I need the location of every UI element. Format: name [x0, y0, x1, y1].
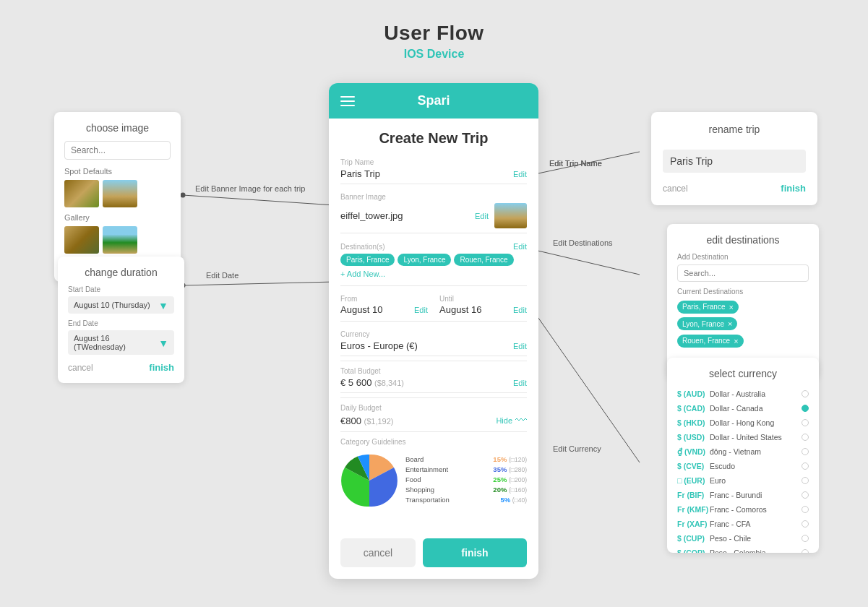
dest-search-input[interactable] — [677, 264, 809, 282]
currency-list-item[interactable]: □ (EUR) Euro — [677, 473, 809, 488]
currency-list-item[interactable]: $ (CVE) Escudo — [677, 459, 809, 473]
dest-tag-rouen: Rouen, France — [454, 254, 513, 266]
currency-list-item[interactable]: $ (CAD) Dollar - Canada — [677, 401, 809, 416]
app-footer: cancel finish — [329, 530, 538, 579]
trip-name-value: Paris Trip — [340, 168, 380, 179]
currency-radio[interactable] — [802, 535, 809, 542]
app-screen: Spari Create New Trip Trip Name Paris Tr… — [329, 83, 538, 579]
pie-svg — [340, 452, 398, 509]
connector-label-trip-name-text: Edit Trip Name — [549, 159, 602, 168]
create-trip-title: Create New Trip — [340, 130, 527, 147]
currency-radio[interactable] — [802, 462, 809, 470]
legend-board: Board 15% (□120) — [405, 455, 527, 463]
legend-transportation: Transportation 5% (□40) — [405, 496, 527, 504]
destinations-section: Destination(s) Edit Paris, France Lyon, … — [340, 242, 527, 286]
end-date-input[interactable]: August 16 (TWednesday) ▼ — [68, 330, 174, 355]
daily-budget-hide[interactable]: Hide — [496, 416, 512, 425]
from-col: From August 10 Edit — [340, 295, 428, 315]
from-edit[interactable]: Edit — [414, 306, 428, 314]
app-finish-button[interactable]: finish — [423, 538, 527, 567]
gallery-img-2[interactable] — [103, 226, 137, 254]
category-legend: Board 15% (□120) Entertainment 35% (□280… — [405, 455, 527, 506]
banner-image-edit[interactable]: Edit — [475, 212, 489, 220]
rename-trip-panel: rename trip cancel finish — [651, 112, 817, 205]
currency-radio[interactable] — [802, 520, 809, 528]
daily-budget-label: Daily Budget — [340, 404, 527, 412]
currency-radio[interactable] — [802, 448, 809, 455]
spot-defaults-img-2[interactable] — [103, 180, 137, 207]
currency-list-item[interactable]: $ (COP) Peso - Colombia — [677, 546, 809, 553]
currency-radio[interactable] — [802, 549, 809, 553]
dest-chip-lyon-remove[interactable]: × — [728, 319, 732, 328]
spot-defaults-grid — [64, 180, 171, 207]
currency-radio[interactable] — [802, 477, 809, 484]
currency-radio[interactable] — [802, 434, 809, 441]
choose-image-search[interactable] — [64, 141, 171, 160]
rename-trip-input[interactable] — [663, 150, 806, 173]
dest-chip-lyon: Lyon, France × — [677, 317, 737, 330]
legend-shopping: Shopping 20% (□160) — [405, 486, 527, 494]
start-date-input[interactable]: August 10 (Thursday) ▼ — [68, 296, 174, 314]
until-edit[interactable]: Edit — [513, 306, 527, 314]
dest-chip-paris-remove[interactable]: × — [729, 303, 733, 311]
change-duration-panel: change duration Start Date August 10 (Th… — [58, 257, 184, 383]
dest-tag-paris: Paris, France — [340, 254, 395, 266]
total-budget-value: € 5 600 ($8,341) — [340, 377, 404, 388]
app-body: Create New Trip Trip Name Paris Trip Edi… — [329, 119, 538, 530]
app-cancel-button[interactable]: cancel — [340, 538, 416, 567]
currency-list-item[interactable]: ₫ (VND) đông - Vietnam — [677, 444, 809, 459]
svg-line-10 — [535, 313, 640, 462]
rename-trip-footer: cancel finish — [663, 183, 806, 194]
currency-radio[interactable] — [802, 491, 809, 499]
banner-image-section: Banner Image eiffel_tower.jpg Edit — [340, 193, 527, 233]
currency-value: Euros - Europe (€) — [340, 340, 418, 351]
change-duration-finish[interactable]: finish — [149, 362, 174, 373]
start-date-value: August 10 (Thursday) — [74, 301, 150, 309]
rename-trip-cancel[interactable]: cancel — [663, 184, 688, 194]
until-label: Until — [439, 295, 527, 303]
trip-name-edit[interactable]: Edit — [513, 170, 527, 178]
add-new-destination[interactable]: + Add New... — [340, 270, 385, 278]
total-budget-label: Total Budget — [340, 367, 527, 375]
currency-list-item[interactable]: $ (USD) Dollar - United States — [677, 430, 809, 444]
gallery-label: Gallery — [64, 213, 171, 222]
currency-list-item[interactable]: Fr (XAF) Franc - CFA — [677, 517, 809, 531]
dest-chip-paris: Paris, France × — [677, 301, 739, 314]
connector-label-currency: Edit Currency — [553, 444, 601, 453]
currency-radio[interactable] — [802, 419, 809, 426]
trip-name-field-label: Trip Name — [340, 158, 527, 166]
currency-list-item[interactable]: $ (CUP) Peso - Chile — [677, 531, 809, 546]
change-duration-cancel[interactable]: cancel — [68, 363, 93, 373]
category-section: Category Guidelines — [340, 438, 527, 509]
currency-radio[interactable] — [802, 405, 809, 412]
select-currency-title: select currency — [677, 368, 809, 379]
dest-chip-rouen-remove[interactable]: × — [734, 337, 738, 345]
currency-radio[interactable] — [802, 506, 809, 513]
total-budget-edit[interactable]: Edit — [513, 379, 527, 387]
until-value: August 16 — [439, 304, 482, 315]
destinations-edit[interactable]: Edit — [513, 242, 527, 251]
currency-list-item[interactable]: $ (HKD) Dollar - Hong Kong — [677, 416, 809, 430]
currency-list-item[interactable]: $ (AUD) Dollar - Australia — [677, 387, 809, 401]
category-label: Category Guidelines — [340, 438, 527, 446]
banner-image-field-label: Banner Image — [340, 193, 527, 201]
pie-chart — [340, 452, 398, 509]
legend-entertainment: Entertainment 35% (□280) — [405, 465, 527, 473]
connector-label-date: Edit Date — [206, 271, 239, 280]
banner-thumb — [494, 203, 527, 228]
page-header: User Flow IOS Device — [0, 0, 868, 61]
current-dest-label: Current Destinations — [677, 288, 809, 296]
page-subtitle: IOS Device — [0, 48, 868, 61]
hamburger-icon[interactable] — [340, 96, 355, 106]
currency-edit[interactable]: Edit — [513, 342, 527, 350]
edit-dest-title: edit destinations — [677, 234, 809, 246]
page-title: User Flow — [0, 22, 868, 45]
currency-list-item[interactable]: Fr (KMF) Franc - Comoros — [677, 502, 809, 517]
daily-budget-row: €800 ($1,192) Hide 〰 — [340, 414, 527, 427]
rename-trip-finish[interactable]: finish — [781, 183, 806, 194]
daily-budget-section: Daily Budget €800 ($1,192) Hide 〰 — [340, 404, 527, 432]
gallery-img-1[interactable] — [64, 226, 99, 254]
currency-list-item[interactable]: Fr (BIF) Franc - Burundi — [677, 488, 809, 502]
spot-defaults-img-1[interactable] — [64, 180, 99, 207]
currency-radio[interactable] — [802, 390, 809, 397]
